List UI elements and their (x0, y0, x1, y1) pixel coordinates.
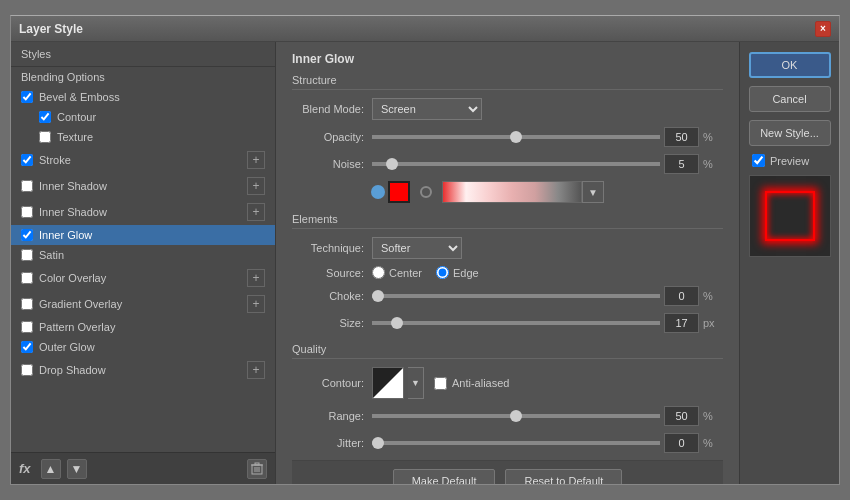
inner-shadow-1-checkbox[interactable] (21, 180, 33, 192)
contour-curve-icon (373, 368, 403, 398)
center-panel: Inner Glow Structure Blend Mode: ScreenN… (276, 42, 739, 484)
blend-mode-label: Blend Mode: (292, 103, 372, 115)
elements-subtitle: Elements (292, 213, 723, 229)
gradient-overlay-add-button[interactable]: + (247, 295, 265, 313)
anti-aliased-label: Anti-aliased (452, 377, 509, 389)
close-button[interactable]: × (815, 21, 831, 37)
gradient-overlay-checkbox[interactable] (21, 298, 33, 310)
bottom-buttons: Make Default Reset to Default (292, 460, 723, 484)
delete-button[interactable] (247, 459, 267, 479)
move-down-button[interactable]: ▼ (67, 459, 87, 479)
color-overlay-add-button[interactable]: + (247, 269, 265, 287)
opacity-value[interactable] (664, 127, 699, 147)
jitter-slider[interactable] (372, 441, 660, 445)
cancel-button[interactable]: Cancel (749, 86, 831, 112)
preview-canvas (749, 175, 831, 257)
sidebar-item-inner-glow[interactable]: Inner Glow (11, 225, 275, 245)
color-swatch[interactable] (388, 181, 410, 203)
noise-value[interactable] (664, 154, 699, 174)
texture-checkbox[interactable] (39, 131, 51, 143)
noise-slider[interactable] (372, 162, 660, 166)
outer-glow-checkbox[interactable] (21, 341, 33, 353)
blend-mode-select[interactable]: ScreenNormalMultiplyOverlay (372, 98, 482, 120)
range-unit: % (703, 410, 723, 422)
sidebar-item-drop-shadow[interactable]: Drop Shadow + (11, 357, 275, 383)
contour-checkbox[interactable] (39, 111, 51, 123)
ok-button[interactable]: OK (749, 52, 831, 78)
inner-shadow-2-label: Inner Shadow (39, 206, 243, 218)
color-overlay-label: Color Overlay (39, 272, 243, 284)
anti-aliased-checkbox[interactable] (434, 377, 447, 390)
sidebar-item-bevel-emboss[interactable]: Bevel & Emboss (11, 87, 275, 107)
sidebar-item-inner-shadow-1[interactable]: Inner Shadow + (11, 173, 275, 199)
choke-value[interactable] (664, 286, 699, 306)
contour-dropdown-button[interactable]: ▼ (408, 367, 424, 399)
make-default-button[interactable]: Make Default (393, 469, 496, 484)
stroke-add-button[interactable]: + (247, 151, 265, 169)
range-slider[interactable] (372, 414, 660, 418)
contour-label: Contour (57, 111, 265, 123)
range-value[interactable] (664, 406, 699, 426)
color-radio-gradient[interactable] (420, 186, 432, 198)
source-edge-radio[interactable] (436, 266, 449, 279)
choke-label: Choke: (292, 290, 372, 302)
stroke-checkbox[interactable] (21, 154, 33, 166)
inner-shadow-2-checkbox[interactable] (21, 206, 33, 218)
color-overlay-checkbox[interactable] (21, 272, 33, 284)
drop-shadow-add-button[interactable]: + (247, 361, 265, 379)
preview-checkbox-label[interactable]: Preview (752, 154, 809, 167)
drop-shadow-checkbox[interactable] (21, 364, 33, 376)
quality-subtitle: Quality (292, 343, 723, 359)
jitter-value[interactable] (664, 433, 699, 453)
technique-select[interactable]: SofterPrecise (372, 237, 462, 259)
trash-icon (251, 462, 263, 475)
technique-label: Technique: (292, 242, 372, 254)
gradient-dropdown-button[interactable]: ▼ (582, 181, 604, 203)
opacity-label: Opacity: (292, 131, 372, 143)
source-center-label[interactable]: Center (372, 266, 422, 279)
sidebar-item-gradient-overlay[interactable]: Gradient Overlay + (11, 291, 275, 317)
blending-options-label: Blending Options (21, 71, 265, 83)
move-up-button[interactable]: ▲ (41, 459, 61, 479)
color-row: ▼ (292, 181, 723, 203)
color-radio-solid[interactable] (372, 186, 384, 198)
size-value[interactable] (664, 313, 699, 333)
sidebar-item-blending-options[interactable]: Blending Options (11, 67, 275, 87)
sidebar-item-outer-glow[interactable]: Outer Glow (11, 337, 275, 357)
pattern-overlay-checkbox[interactable] (21, 321, 33, 333)
size-unit: px (703, 317, 723, 329)
sidebar-item-contour[interactable]: Contour (11, 107, 275, 127)
jitter-slider-container (372, 441, 660, 445)
sidebar-item-pattern-overlay[interactable]: Pattern Overlay (11, 317, 275, 337)
bevel-emboss-checkbox[interactable] (21, 91, 33, 103)
new-style-button[interactable]: New Style... (749, 120, 831, 146)
sidebar-item-color-overlay[interactable]: Color Overlay + (11, 265, 275, 291)
contour-preview[interactable] (372, 367, 404, 399)
opacity-row: Opacity: % (292, 127, 723, 147)
preview-checkbox[interactable] (752, 154, 765, 167)
left-panel-footer: fx ▲ ▼ (11, 452, 275, 484)
inner-shadow-1-add-button[interactable]: + (247, 177, 265, 195)
inner-glow-checkbox[interactable] (21, 229, 33, 241)
sidebar-item-satin[interactable]: Satin (11, 245, 275, 265)
stroke-label: Stroke (39, 154, 243, 166)
source-edge-label[interactable]: Edge (436, 266, 479, 279)
satin-checkbox[interactable] (21, 249, 33, 261)
inner-glow-label: Inner Glow (39, 229, 265, 241)
opacity-slider[interactable] (372, 135, 660, 139)
sidebar-item-inner-shadow-2[interactable]: Inner Shadow + (11, 199, 275, 225)
anti-aliased-checkbox-label[interactable]: Anti-aliased (434, 377, 509, 390)
sidebar-item-stroke[interactable]: Stroke + (11, 147, 275, 173)
source-center-radio[interactable] (372, 266, 385, 279)
noise-row: Noise: % (292, 154, 723, 174)
sidebar-item-texture[interactable]: Texture (11, 127, 275, 147)
inner-shadow-2-add-button[interactable]: + (247, 203, 265, 221)
elements-section: Elements Technique: SofterPrecise Source… (292, 213, 723, 333)
opacity-slider-container (372, 135, 660, 139)
contour-row: Contour: ▼ Anti-aliased (292, 367, 723, 399)
size-slider[interactable] (372, 321, 660, 325)
reset-default-button[interactable]: Reset to Default (505, 469, 622, 484)
choke-slider[interactable] (372, 294, 660, 298)
title-bar: Layer Style × (11, 16, 839, 42)
gradient-bar[interactable] (442, 181, 582, 203)
